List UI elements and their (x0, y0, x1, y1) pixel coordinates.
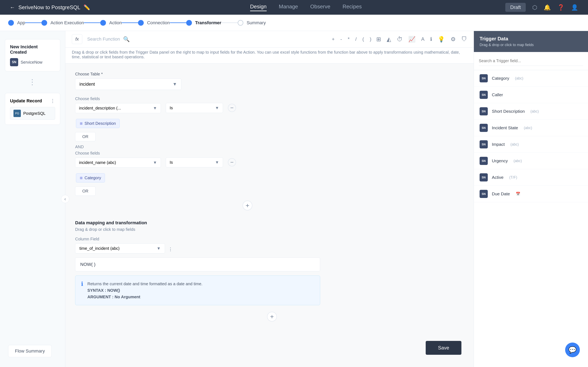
bell-icon[interactable]: 🔔 (544, 4, 551, 11)
step-app[interactable]: App (8, 20, 25, 26)
top-navigation: ← SeriveNow to PostgreSQL ✏️ Design Mana… (0, 0, 588, 15)
collapse-sidebar-button[interactable]: ‹ (61, 195, 69, 203)
chat-bubble-button[interactable]: 💬 (565, 342, 580, 357)
field-dropdown-1[interactable]: incident_description (... ▼ (75, 103, 161, 113)
divide-op[interactable]: / (355, 36, 357, 42)
user-icon[interactable]: 👤 (571, 4, 578, 11)
step-connection[interactable]: Connection (138, 20, 170, 26)
trigger-field-due-date[interactable]: SN Due Date 📅 (474, 186, 588, 202)
step-dot-action (100, 20, 106, 26)
search-function-input[interactable]: Search Function 🔍 (87, 36, 327, 42)
left-sidebar: New Incident Created SN ServiceNow ⋮ Upd… (0, 31, 65, 367)
trigger-field-type-incident-state: (abc) (524, 126, 532, 130)
operation-group-2: Is ▼ (166, 157, 223, 167)
multiply-op[interactable]: * (348, 36, 350, 42)
question-icon[interactable]: ❓ (557, 4, 564, 11)
trigger-field-type-active: (T/F) (509, 175, 517, 180)
step-action-execution[interactable]: Action Execution (42, 20, 84, 26)
fx-button[interactable]: fx (72, 34, 82, 44)
step-line-4 (170, 22, 186, 23)
add-filter-button[interactable]: + (242, 201, 252, 210)
filter-row-1: Choose fields incident_description (... … (75, 96, 464, 113)
trigger-field-name-due-date: Due Date (492, 192, 510, 196)
expression-box[interactable]: NOW( ) (75, 258, 320, 271)
grid-icon[interactable]: ⊞ (376, 36, 381, 43)
trigger-field-caller[interactable]: SN Caller (474, 87, 588, 103)
flow-summary-button[interactable]: Flow Summary (8, 345, 52, 357)
trigger-field-name-short-description: Short Description (492, 109, 525, 114)
line-chart-icon[interactable]: 📈 (408, 36, 415, 43)
back-button[interactable]: ← SeriveNow to PostgreSQL ✏️ (10, 4, 90, 11)
trigger-field-category[interactable]: SN Category (abc) (474, 70, 588, 87)
field-value-2: incident_name (abc) (79, 160, 116, 165)
trigger-field-short-description[interactable]: SN Short Description (abc) (474, 103, 588, 120)
chart-triangle-icon[interactable]: ◭ (387, 36, 391, 43)
operation-dropdown-1[interactable]: Is ▼ (166, 103, 223, 113)
open-paren-op[interactable]: ( (362, 36, 364, 42)
trigger-service-name: ServiceNow (21, 60, 43, 65)
mapped-field-pill-2: ⊞ Category (76, 173, 105, 183)
mapped-value-1: ⊞ Short Description (76, 117, 464, 130)
clock-icon[interactable]: ⏱ (397, 36, 403, 43)
or-button-2[interactable]: OR (75, 187, 95, 196)
and-label: AND (75, 145, 464, 149)
trigger-field-active[interactable]: SN Active (T/F) (474, 169, 588, 186)
dropdown-arrow-1: ▼ (153, 106, 157, 110)
connector-dots: ⋮ (5, 78, 60, 86)
step-dot-transformer (186, 20, 192, 26)
trigger-field-logo-caller: SN (480, 91, 488, 99)
db-service-name: PostgreSQL (23, 111, 45, 116)
column-field-label: Column Field (75, 237, 165, 242)
save-button[interactable]: Save (426, 341, 461, 355)
add-column-button[interactable]: + (267, 312, 277, 322)
trigger-search-input[interactable] (479, 56, 583, 66)
minus-op[interactable]: - (340, 36, 342, 42)
search-icon: 🔍 (123, 36, 130, 42)
more-options-icon[interactable]: ⋮ (50, 98, 55, 104)
edit-icon[interactable]: ✏️ (84, 4, 90, 11)
or-button-1[interactable]: OR (75, 132, 95, 141)
mapped-field-icon-1: ⊞ (80, 122, 82, 125)
main-content: fx Search Function 🔍 + - * / ( ) ⊞ ◭ ⏱ 📈… (65, 31, 474, 367)
nav-tab-observe[interactable]: Observe (310, 3, 330, 11)
info-argument: ARGUMENT : No Argument (87, 294, 203, 300)
choose-table-select[interactable]: incident ▼ (75, 78, 181, 90)
trigger-field-name-caller: Caller (492, 92, 503, 97)
step-summary[interactable]: Summary (238, 20, 266, 26)
remove-filter-2-button[interactable]: − (228, 158, 236, 166)
info-icon[interactable]: ℹ (430, 36, 432, 42)
back-arrow-icon: ← (10, 4, 15, 11)
field-dropdown-2[interactable]: incident_name (abc) ▼ (75, 158, 161, 167)
trigger-data-panel: Trigger Data Drag & drop or click to map… (474, 31, 588, 367)
remove-filter-1-button[interactable]: − (228, 104, 236, 112)
minus-group-2: − (228, 158, 236, 166)
info-description: Returns the current date and time format… (87, 281, 203, 287)
trigger-field-urgency[interactable]: SN Urgency (abc) (474, 153, 588, 169)
column-field-value: time_of_incident (abc) (79, 246, 120, 251)
step-action[interactable]: Action (100, 20, 122, 26)
description-bar: Drag & drop or click fields from the Tri… (65, 48, 474, 64)
nav-tab-recipes[interactable]: Recipes (343, 3, 362, 11)
nav-tab-manage[interactable]: Manage (279, 3, 298, 11)
app-title: SeriveNow to PostgreSQL (18, 4, 80, 11)
text-format-icon[interactable]: A (421, 36, 424, 42)
description-text: Drag & drop or click fields from the Tri… (72, 50, 460, 59)
step-transformer[interactable]: Transformer (186, 20, 221, 26)
operation-dropdown-2[interactable]: Is ▼ (166, 157, 223, 167)
nav-tab-design[interactable]: Design (250, 3, 267, 11)
minus-group-1: − (228, 104, 236, 112)
bulb-icon[interactable]: 💡 (438, 36, 445, 43)
close-paren-op[interactable]: ) (370, 36, 371, 42)
column-field-select[interactable]: time_of_incident (abc) ▼ (75, 243, 165, 253)
draft-status: Draft (505, 3, 526, 12)
trigger-field-logo-due-date: SN (480, 190, 488, 198)
trigger-field-impact[interactable]: SN Impact (abc) (474, 136, 588, 153)
content-area: Choose Table * incident ▼ Choose fields … (65, 64, 474, 333)
tree-icon[interactable]: ⛉ (461, 36, 467, 43)
choose-fields-label-2: Choose fields incident_name (abc) ▼ (75, 151, 161, 167)
trigger-field-incident-state[interactable]: SN Incident State (abc) (474, 120, 588, 136)
plus-op[interactable]: + (332, 36, 335, 42)
external-link-icon[interactable]: ⬡ (532, 4, 537, 11)
filter-icon[interactable]: ⚙ (450, 36, 456, 43)
update-node: Update Record ⋮ PG PostgreSQL (5, 93, 60, 125)
